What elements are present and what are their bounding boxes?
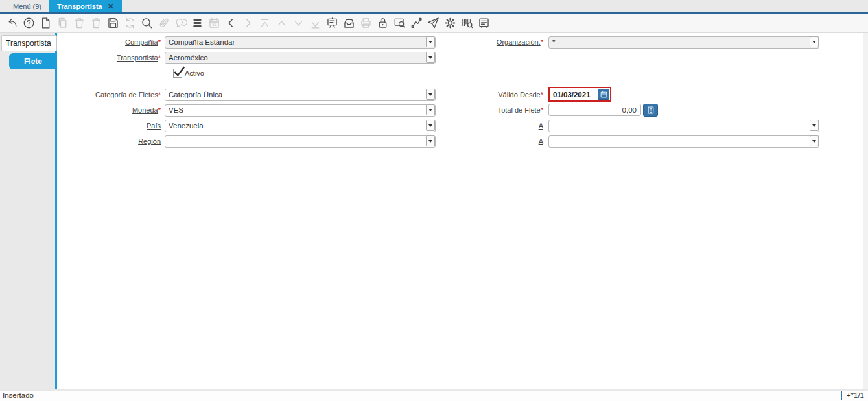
a2-dropdown-button[interactable] xyxy=(810,135,819,146)
new-record-icon[interactable] xyxy=(38,16,53,30)
tab-menu[interactable]: Menú (9) xyxy=(5,0,49,12)
valido-desde-field xyxy=(548,87,611,102)
organizacion-dropdown-button[interactable] xyxy=(810,36,819,47)
chevron-down-icon xyxy=(428,41,432,43)
region-field xyxy=(165,135,436,147)
compania-field xyxy=(165,36,436,48)
pais-input[interactable] xyxy=(165,120,436,132)
pais-dropdown-button[interactable] xyxy=(426,120,435,131)
form-icon[interactable] xyxy=(476,16,491,30)
vertical-scrollbar[interactable] xyxy=(863,33,868,389)
a1-input[interactable] xyxy=(548,120,819,132)
compania-dropdown-button[interactable] xyxy=(426,36,435,47)
a2-label[interactable]: A xyxy=(436,137,548,145)
find-icon[interactable] xyxy=(139,16,154,30)
compania-input[interactable] xyxy=(165,36,436,49)
delete-selection-icon xyxy=(89,16,103,30)
sidebar-tab-transportista[interactable]: Transportista xyxy=(1,35,57,51)
a1-field xyxy=(548,119,819,132)
region-input[interactable] xyxy=(165,135,436,148)
tab-sidebar: Transportista Flete xyxy=(0,33,57,389)
status-divider xyxy=(841,391,842,400)
zoom-across-icon[interactable] xyxy=(392,16,406,30)
sidebar-tab-flete[interactable]: Flete xyxy=(9,53,57,69)
organizacion-input[interactable] xyxy=(548,36,819,49)
svg-text:31: 31 xyxy=(212,23,216,27)
main-area: Transportista Flete Compañía* Organizaci… xyxy=(0,33,868,389)
save-icon[interactable] xyxy=(106,16,120,30)
a1-dropdown-button[interactable] xyxy=(810,120,819,131)
request-icon[interactable] xyxy=(426,16,440,30)
moneda-input[interactable] xyxy=(165,104,436,117)
total-flete-input[interactable] xyxy=(548,104,641,116)
categoria-fletes-dropdown-button[interactable] xyxy=(426,89,435,100)
chevron-down-icon xyxy=(428,140,432,143)
status-bar: Insertado +*1/1 xyxy=(0,389,868,401)
moneda-label[interactable]: Moneda* xyxy=(57,106,165,114)
a2-input[interactable] xyxy=(548,135,819,148)
pais-label[interactable]: País xyxy=(57,122,165,130)
moneda-dropdown-button[interactable] xyxy=(426,104,435,115)
transportista-input[interactable] xyxy=(165,52,436,64)
chevron-down-icon xyxy=(812,41,816,43)
calculator-icon xyxy=(646,106,655,115)
workflow-icon[interactable] xyxy=(409,16,423,30)
chevron-down-icon xyxy=(428,109,432,111)
a1-label[interactable]: A xyxy=(436,122,548,130)
lock-icon[interactable] xyxy=(375,16,390,30)
activo-label: Activo xyxy=(185,69,204,77)
first-record-icon xyxy=(257,16,272,30)
valido-desde-label: Válido Desde* xyxy=(436,91,548,98)
organizacion-field xyxy=(548,36,819,48)
total-flete-label: Total de Flete* xyxy=(436,106,548,114)
calendar-icon xyxy=(600,90,608,98)
report-icon[interactable] xyxy=(325,16,339,30)
previous-record-icon xyxy=(274,16,288,30)
calculator-button[interactable] xyxy=(643,104,658,117)
activo-checkbox[interactable]: Activo xyxy=(173,69,204,78)
region-label[interactable]: Región xyxy=(57,137,165,145)
parent-record-icon[interactable] xyxy=(224,16,238,30)
close-tab-icon[interactable]: ✕ xyxy=(108,2,114,11)
transportista-label[interactable]: Transportista* xyxy=(57,54,165,62)
status-text: Insertado xyxy=(3,391,34,399)
record-indicator: +*1/1 xyxy=(847,391,864,399)
region-dropdown-button[interactable] xyxy=(426,135,435,146)
calendar-icon: 31 xyxy=(207,16,221,30)
tab-transportista[interactable]: Transportista ✕ xyxy=(49,0,122,12)
categoria-fletes-field xyxy=(165,88,436,100)
chevron-down-icon xyxy=(428,56,432,59)
categoria-fletes-label[interactable]: Categoría de Fletes* xyxy=(57,91,165,98)
calendar-picker-button[interactable] xyxy=(598,89,609,100)
a2-field xyxy=(548,135,819,147)
tab-menu-label: Menú (9) xyxy=(13,3,41,10)
transportista-field xyxy=(165,51,436,63)
print-icon xyxy=(358,16,373,30)
form-panel: Compañía* Organización.* Transportist xyxy=(57,33,863,389)
moneda-field xyxy=(165,104,436,116)
chevron-down-icon xyxy=(812,124,816,127)
transportista-dropdown-button[interactable] xyxy=(426,52,435,63)
chat-icon xyxy=(173,16,187,30)
grid-toggle-icon[interactable] xyxy=(190,16,204,30)
sidebar-tab-flete-label: Flete xyxy=(24,57,42,66)
preference-icon[interactable] xyxy=(443,16,457,30)
archive-icon[interactable] xyxy=(342,16,356,30)
pais-field xyxy=(165,119,436,132)
delete-record-icon xyxy=(72,16,86,30)
valido-desde-input[interactable] xyxy=(550,88,598,100)
organizacion-label[interactable]: Organización.* xyxy=(436,38,548,46)
compania-label[interactable]: Compañía* xyxy=(57,38,165,46)
undo-icon[interactable] xyxy=(5,16,19,30)
tab-transportista-label: Transportista xyxy=(57,3,102,10)
checkbox-checked-icon xyxy=(173,69,182,78)
next-record-icon xyxy=(291,16,305,30)
help-icon[interactable] xyxy=(21,16,36,30)
chevron-down-icon xyxy=(428,93,432,96)
attachment-icon xyxy=(156,16,170,30)
product-info-icon[interactable] xyxy=(460,16,474,30)
chevron-down-icon xyxy=(428,124,432,127)
detail-record-icon xyxy=(240,16,255,30)
categoria-fletes-input[interactable] xyxy=(165,89,436,101)
copy-record-icon xyxy=(55,16,69,30)
